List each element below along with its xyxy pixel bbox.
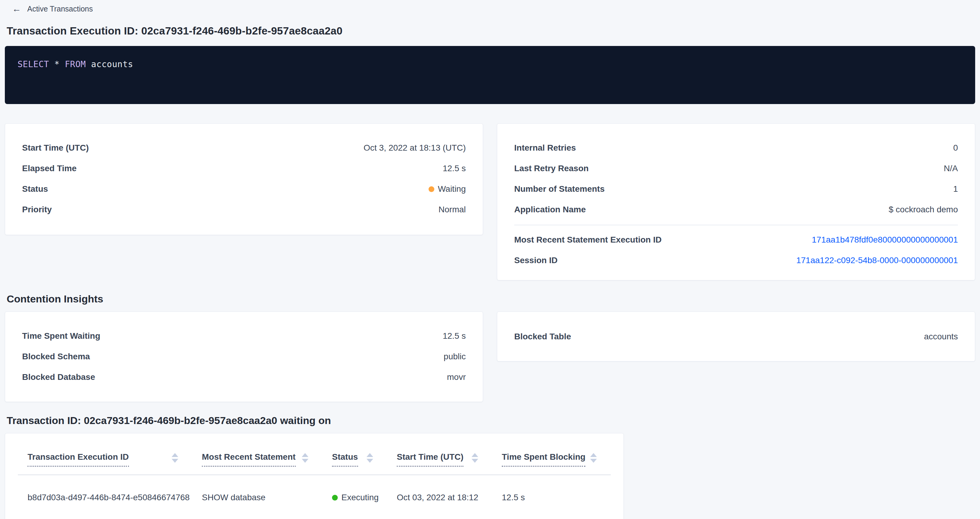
column-header-start-time-utc-[interactable]: Start Time (UTC) xyxy=(387,440,492,475)
time-spent-waiting-label: Time Spent Waiting xyxy=(22,331,100,341)
waiting-on-table-card: Transaction Execution IDMost Recent Stat… xyxy=(5,433,624,519)
cell-status: Executing xyxy=(322,475,387,519)
sort-arrows-icon[interactable] xyxy=(366,453,373,463)
most-recent-statement-exec-id-label: Most Recent Statement Execution ID xyxy=(514,235,662,245)
last-retry-reason-value: N/A xyxy=(944,163,958,173)
page-title: Transaction Execution ID: 02ca7931-f246-… xyxy=(7,25,975,37)
table-row: b8d7d03a-d497-446b-8474-e50846674768SHOW… xyxy=(18,475,611,519)
cell-most-recent-statement: SHOW database xyxy=(192,475,322,519)
most-recent-statement-exec-id-row: Most Recent Statement Execution ID 171aa… xyxy=(514,230,958,250)
blocked-table-card: Blocked Table accounts xyxy=(497,311,975,362)
blocked-database-row: Blocked Database movr xyxy=(22,367,466,387)
transaction-details-page: ← Active Transactions Transaction Execut… xyxy=(0,0,980,519)
application-name-row: Application Name $ cockroach demo xyxy=(514,199,958,220)
blocked-database-label: Blocked Database xyxy=(22,372,95,382)
overview-cards-row: Start Time (UTC) Oct 3, 2022 at 18:13 (U… xyxy=(5,124,975,280)
table-header-row: Transaction Execution IDMost Recent Stat… xyxy=(18,440,611,475)
cell-time-spent-blocking: 12.5 s xyxy=(492,475,611,519)
contention-waiting-card: Time Spent Waiting 12.5 s Blocked Schema… xyxy=(5,311,483,402)
priority-label: Priority xyxy=(22,205,52,214)
column-header-most-recent-statement[interactable]: Most Recent Statement xyxy=(192,440,322,475)
priority-value: Normal xyxy=(439,205,466,214)
most-recent-statement-exec-id-link[interactable]: 171aa1b478fdf0e80000000000000001 xyxy=(812,235,958,245)
internal-retries-value: 0 xyxy=(953,143,958,153)
column-header-time-spent-blocking[interactable]: Time Spent Blocking xyxy=(492,440,611,475)
transaction-summary-card: Start Time (UTC) Oct 3, 2022 at 18:13 (U… xyxy=(5,124,483,235)
status-row: Status Waiting xyxy=(22,179,466,199)
waiting-on-table: Transaction Execution IDMost Recent Stat… xyxy=(18,440,611,519)
column-label: Time Spent Blocking xyxy=(502,452,585,467)
cell-start-time: Oct 03, 2022 at 18:12 xyxy=(387,475,492,519)
session-id-label: Session ID xyxy=(514,256,557,265)
session-id-link[interactable]: 171aa122-c092-54b8-0000-000000000001 xyxy=(796,256,958,265)
card-divider xyxy=(514,225,958,225)
status-label: Status xyxy=(22,184,48,194)
sql-statement-box: SELECT * FROM accounts xyxy=(5,46,975,104)
elapsed-time-label: Elapsed Time xyxy=(22,163,76,173)
column-label: Most Recent Statement xyxy=(202,452,296,467)
statement-count-label: Number of Statements xyxy=(514,184,605,194)
column-label: Start Time (UTC) xyxy=(397,452,463,467)
elapsed-time-value: 12.5 s xyxy=(443,163,466,173)
contention-insights-heading: Contention Insights xyxy=(7,293,975,305)
sql-keyword-from: FROM xyxy=(65,59,86,69)
cell-transaction-execution-id: b8d7d03a-d497-446b-8474-e50846674768 xyxy=(18,475,192,519)
sql-statement: SELECT * FROM accounts xyxy=(18,59,133,69)
column-header-transaction-execution-id[interactable]: Transaction Execution ID xyxy=(18,440,192,475)
internal-retries-row: Internal Retries 0 xyxy=(514,138,958,158)
blocked-schema-label: Blocked Schema xyxy=(22,352,90,362)
blocked-schema-row: Blocked Schema public xyxy=(22,346,466,367)
column-label: Transaction Execution ID xyxy=(27,452,129,467)
statement-count-value: 1 xyxy=(953,184,958,194)
waiting-on-heading: Transaction ID: 02ca7931-f246-469b-b2fe-… xyxy=(7,415,975,427)
sort-arrows-icon[interactable] xyxy=(172,453,178,463)
blocked-schema-value: public xyxy=(444,352,466,362)
sort-arrows-icon[interactable] xyxy=(471,453,478,463)
last-retry-reason-row: Last Retry Reason N/A xyxy=(514,158,958,179)
contention-cards-row: Time Spent Waiting 12.5 s Blocked Schema… xyxy=(5,311,975,402)
application-name-label: Application Name xyxy=(514,205,585,214)
status-executing-dot-icon xyxy=(332,495,338,500)
status-waiting-dot-icon xyxy=(429,186,434,192)
start-time-label: Start Time (UTC) xyxy=(22,143,89,153)
statement-count-row: Number of Statements 1 xyxy=(514,179,958,199)
start-time-row: Start Time (UTC) Oct 3, 2022 at 18:13 (U… xyxy=(22,138,466,158)
sort-arrows-icon[interactable] xyxy=(590,453,597,463)
elapsed-time-row: Elapsed Time 12.5 s xyxy=(22,158,466,179)
blocked-database-value: movr xyxy=(447,372,466,382)
status-text: Executing xyxy=(341,493,379,502)
sort-arrows-icon[interactable] xyxy=(302,453,309,463)
column-label: Status xyxy=(332,452,358,467)
status-value: Waiting xyxy=(429,184,466,194)
internal-retries-label: Internal Retries xyxy=(514,143,576,153)
start-time-value: Oct 3, 2022 at 18:13 (UTC) xyxy=(363,143,466,153)
back-link-label: Active Transactions xyxy=(27,5,93,13)
time-spent-waiting-value: 12.5 s xyxy=(443,331,466,341)
statement-details-card: Internal Retries 0 Last Retry Reason N/A… xyxy=(497,124,975,280)
status-text: Waiting xyxy=(438,184,466,194)
priority-row: Priority Normal xyxy=(22,199,466,220)
session-id-row: Session ID 171aa122-c092-54b8-0000-00000… xyxy=(514,250,958,271)
last-retry-reason-label: Last Retry Reason xyxy=(514,163,589,173)
back-link[interactable]: ← Active Transactions xyxy=(12,4,93,13)
left-arrow-icon: ← xyxy=(12,4,21,13)
sql-keyword-select: SELECT xyxy=(18,59,49,69)
application-name-value: $ cockroach demo xyxy=(889,205,958,214)
blocked-table-value: accounts xyxy=(924,332,958,341)
sql-star: * xyxy=(49,59,65,69)
column-header-status[interactable]: Status xyxy=(322,440,387,475)
blocked-table-row: Blocked Table accounts xyxy=(514,326,958,347)
blocked-table-label: Blocked Table xyxy=(514,332,571,341)
time-spent-waiting-row: Time Spent Waiting 12.5 s xyxy=(22,326,466,346)
sql-table-name: accounts xyxy=(86,59,133,69)
